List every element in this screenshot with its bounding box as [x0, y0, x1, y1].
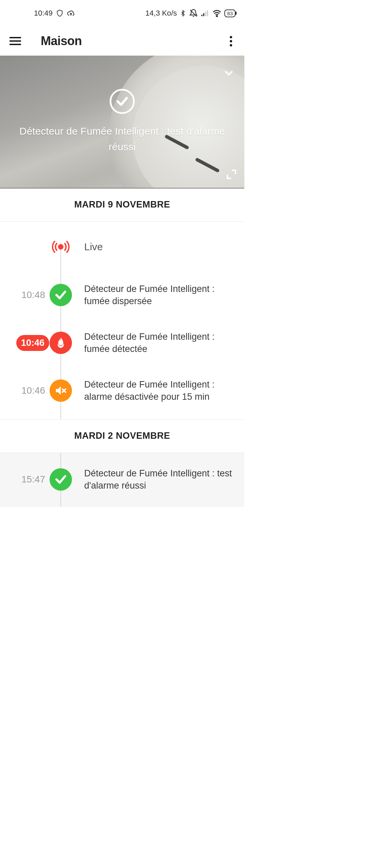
timeline-event[interactable]: 10:48 Détecteur de Fumée Intelligent : f…: [0, 271, 244, 319]
fullscreen-button[interactable]: [226, 169, 237, 181]
svg-point-6: [58, 244, 63, 250]
date-header: MARDI 9 NOVEMBRE: [0, 189, 244, 222]
event-text: Détecteur de Fumée Intelligent : fumée d…: [73, 283, 235, 308]
timeline: 15:47 Détecteur de Fumée Intelligent : t…: [0, 453, 244, 507]
status-bar: 10:49 14,3 Ko/s 83: [0, 0, 244, 26]
svg-rect-1: [201, 15, 202, 16]
svg-rect-3: [205, 12, 206, 16]
timeline-event[interactable]: 10:46 Détecteur de Fumée Intelligent : a…: [0, 367, 244, 419]
battery-level: 83: [227, 11, 233, 16]
status-right: 14,3 Ko/s 83: [145, 9, 236, 18]
status-net-speed: 14,3 Ko/s: [145, 9, 177, 18]
hero-banner: Détecteur de Fumée Intelligent : test d'…: [0, 56, 244, 189]
event-time: 10:46: [9, 385, 49, 396]
status-time: 10:49: [34, 9, 53, 18]
timeline-live-label: Live: [73, 240, 235, 254]
date-header: MARDI 2 NOVEMBRE: [0, 419, 244, 453]
signal-icon: [201, 9, 209, 17]
bluetooth-icon: [180, 9, 186, 17]
event-text: Détecteur de Fumée Intelligent : test d'…: [73, 467, 235, 492]
svg-rect-2: [203, 13, 204, 16]
hero-content: Détecteur de Fumée Intelligent : test d'…: [0, 56, 244, 188]
menu-button[interactable]: [10, 37, 21, 45]
timeline-event[interactable]: 10:46 Détecteur de Fumée Intelligent : f…: [0, 319, 244, 367]
battery-indicator: 83: [224, 9, 236, 17]
wifi-icon: [212, 9, 222, 17]
svg-point-5: [217, 16, 218, 17]
success-check-icon: [110, 89, 135, 114]
flame-icon: [50, 332, 72, 354]
check-icon: [50, 468, 72, 491]
app-bar: Maison: [0, 26, 244, 56]
hero-message: Détecteur de Fumée Intelligent : test d'…: [14, 123, 231, 155]
overflow-menu-button[interactable]: [227, 33, 235, 49]
speaker-mute-icon: [50, 379, 72, 402]
event-time: 10:48: [9, 290, 49, 300]
bell-off-icon: [189, 9, 198, 18]
timeline-live-row[interactable]: Live: [0, 238, 244, 271]
status-left: 10:49: [34, 9, 75, 18]
timeline-event[interactable]: 15:47 Détecteur de Fumée Intelligent : t…: [0, 467, 244, 504]
expand-icon: [226, 169, 237, 180]
live-icon: [52, 238, 70, 256]
check-icon: [50, 284, 72, 306]
page-title: Maison: [41, 34, 82, 48]
event-text: Détecteur de Fumée Intelligent : fumée d…: [73, 331, 235, 355]
event-time: 15:47: [9, 474, 49, 485]
event-time-highlight: 10:46: [16, 335, 49, 351]
svg-rect-4: [207, 10, 208, 16]
event-text: Détecteur de Fumée Intelligent : alarme …: [73, 378, 235, 403]
shield-icon: [56, 9, 63, 17]
timeline: Live 10:48 Détecteur de Fumée Intelligen…: [0, 222, 244, 419]
cloud-upload-icon: [67, 9, 75, 17]
